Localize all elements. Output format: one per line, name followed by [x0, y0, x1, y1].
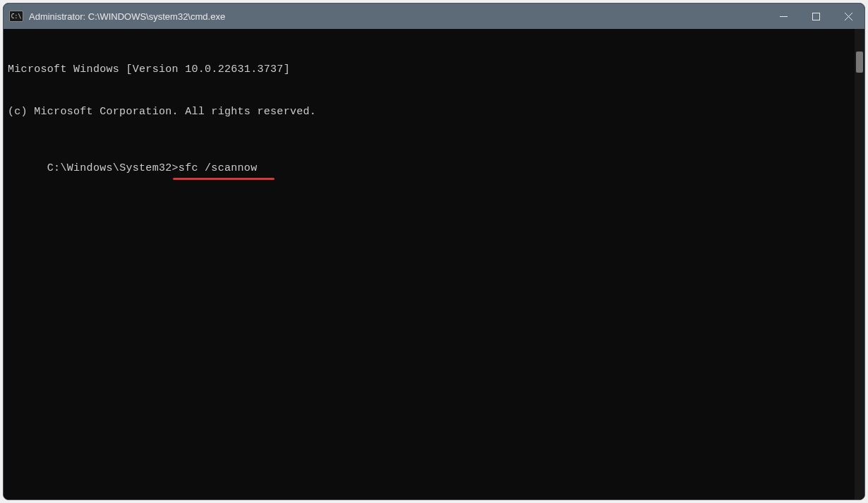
- maximize-icon: [812, 13, 820, 20]
- scrollbar[interactable]: [855, 29, 864, 499]
- underline-annotation: [173, 178, 275, 180]
- window-controls: [767, 4, 864, 29]
- command-text: sfc /scannow: [179, 162, 258, 174]
- close-icon: [845, 13, 852, 20]
- titlebar[interactable]: C:\ Administrator: C:\WINDOWS\system32\c…: [4, 4, 864, 29]
- prompt-text: C:\Windows\System32>: [47, 162, 179, 174]
- cmd-window: C:\ Administrator: C:\WINDOWS\system32\c…: [3, 3, 865, 500]
- scrollbar-thumb[interactable]: [856, 51, 863, 73]
- copyright-line: (c) Microsoft Corporation. All rights re…: [8, 105, 849, 119]
- terminal-wrapper: Microsoft Windows [Version 10.0.22631.37…: [4, 29, 864, 499]
- svg-rect-1: [812, 13, 819, 20]
- window-title: Administrator: C:\WINDOWS\system32\cmd.e…: [29, 11, 767, 22]
- close-button[interactable]: [832, 4, 864, 29]
- minimize-button[interactable]: [767, 4, 800, 29]
- version-line: Microsoft Windows [Version 10.0.22631.37…: [8, 63, 849, 77]
- terminal-output[interactable]: Microsoft Windows [Version 10.0.22631.37…: [4, 29, 855, 499]
- maximize-button[interactable]: [800, 4, 832, 29]
- command-line: C:\Windows\System32>sfc /scannow: [47, 162, 258, 176]
- minimize-icon: [780, 13, 788, 20]
- cmd-icon: C:\: [9, 11, 23, 22]
